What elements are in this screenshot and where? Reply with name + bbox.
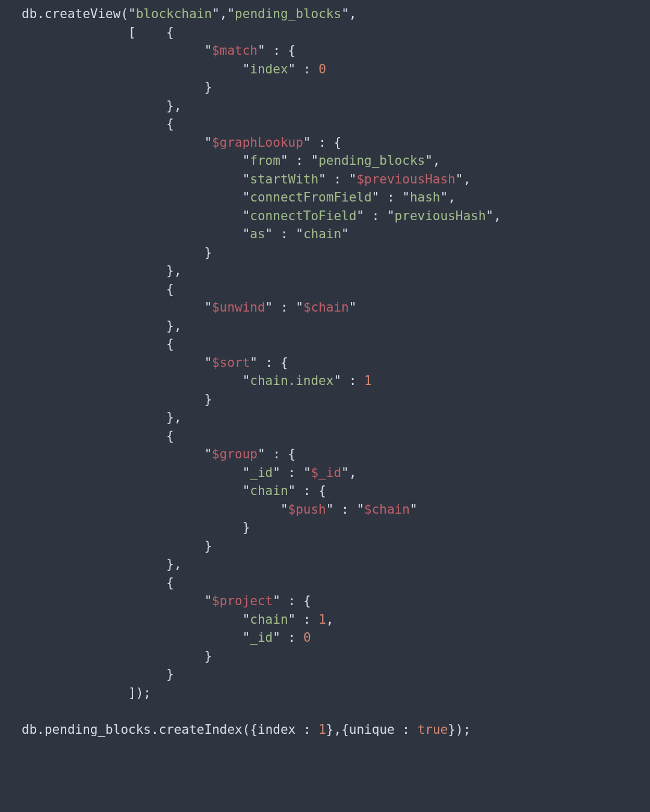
code-token: ,: [326, 612, 334, 627]
code-token: ": [349, 300, 357, 315]
code-token: ": [243, 466, 250, 480]
code-token: }: [166, 319, 174, 333]
code-token: ,: [220, 7, 228, 21]
code-token: [22, 612, 243, 627]
code-token: ": [440, 190, 448, 205]
code-token: (: [120, 7, 128, 21]
code-token: .: [37, 722, 45, 737]
code-token: ": [456, 172, 463, 186]
code-token: index: [250, 62, 288, 76]
code-token: {: [166, 117, 174, 131]
code-token: pending_blocks: [318, 153, 425, 168]
code-token: connectToField: [250, 209, 356, 223]
code-token: [395, 190, 403, 205]
code-token: [341, 374, 349, 388]
code-token: ": [372, 190, 380, 205]
code-token: [296, 466, 303, 480]
code-token: }: [204, 80, 212, 94]
code-token: {: [288, 447, 296, 461]
code-token: [280, 43, 288, 58]
code-token: }: [204, 539, 212, 553]
code-token: ": [425, 153, 433, 168]
code-token: ": [212, 7, 220, 21]
code-token: [364, 209, 372, 223]
code-token: [288, 153, 296, 168]
code-token: ": [243, 190, 250, 205]
code-token: }: [166, 410, 174, 425]
code-token: [296, 722, 303, 737]
code-token: [22, 25, 128, 40]
code-token: }: [166, 263, 174, 278]
code-token: [326, 135, 334, 150]
code-token: [22, 374, 243, 388]
code-token: ;: [143, 686, 151, 700]
code-token: .: [151, 722, 159, 737]
code-token: [273, 227, 280, 241]
code-token: [22, 502, 280, 517]
code-token: ": [243, 227, 250, 241]
code-token: db: [22, 722, 37, 737]
code-token: chain.index: [250, 374, 333, 388]
code-token: ": [280, 502, 288, 517]
code-token: :: [303, 722, 311, 737]
code-token: [265, 447, 273, 461]
code-token: [22, 245, 204, 260]
code-token: $graphLookup: [212, 135, 303, 150]
code-token: [: [128, 25, 136, 40]
code-token: [136, 25, 167, 40]
code-token: [379, 209, 387, 223]
code-token: [22, 117, 166, 131]
code-token: :: [288, 594, 296, 608]
code-token: unique: [349, 722, 395, 737]
code-token: ,: [174, 99, 182, 113]
code-token: [22, 484, 243, 498]
code-token: [22, 539, 204, 553]
code-token: from: [250, 153, 280, 168]
code-token: :: [318, 135, 326, 150]
code-token: ": [243, 612, 250, 627]
code-token: ,: [349, 466, 357, 480]
code-token: $group: [212, 447, 258, 461]
code-token: [296, 630, 303, 645]
code-token: .: [37, 7, 45, 21]
code-token: ": [265, 300, 273, 315]
code-token: [22, 649, 204, 663]
code-token: ": [265, 227, 273, 241]
code-token: :: [273, 43, 280, 58]
code-token: ": [273, 630, 280, 645]
code-token: [22, 319, 166, 333]
code-token: $push: [288, 502, 326, 517]
code-token: previousHash: [395, 209, 486, 223]
code-token: ": [311, 153, 319, 168]
code-token: hash: [410, 190, 441, 205]
code-block: db.createView("blockchain","pending_bloc…: [0, 0, 650, 739]
code-token: [22, 557, 166, 571]
code-token: $project: [212, 594, 273, 608]
code-token: ]: [128, 686, 136, 700]
code-token: [22, 667, 166, 681]
code-token: ": [204, 355, 212, 370]
code-token: ": [318, 172, 326, 186]
code-token: ": [333, 374, 341, 388]
code-token: ": [273, 594, 280, 608]
code-token: ": [402, 190, 410, 205]
code-token: ": [280, 153, 288, 168]
code-token: ": [258, 447, 265, 461]
code-token: ": [204, 447, 212, 461]
code-token: [288, 227, 296, 241]
code-token: {: [341, 722, 349, 737]
code-token: blockchain: [136, 7, 212, 21]
code-token: }: [166, 99, 174, 113]
code-token: [22, 576, 166, 590]
code-token: [296, 484, 303, 498]
code-token: [22, 520, 243, 535]
code-token: ": [341, 7, 349, 21]
code-token: $chain: [364, 502, 410, 517]
code-token: [258, 355, 265, 370]
code-token: :: [273, 447, 280, 461]
code-token: ,: [349, 7, 357, 21]
code-token: :: [280, 300, 288, 315]
code-token: 0: [303, 630, 311, 645]
code-token: (: [243, 722, 250, 737]
code-token: ;: [463, 722, 471, 737]
